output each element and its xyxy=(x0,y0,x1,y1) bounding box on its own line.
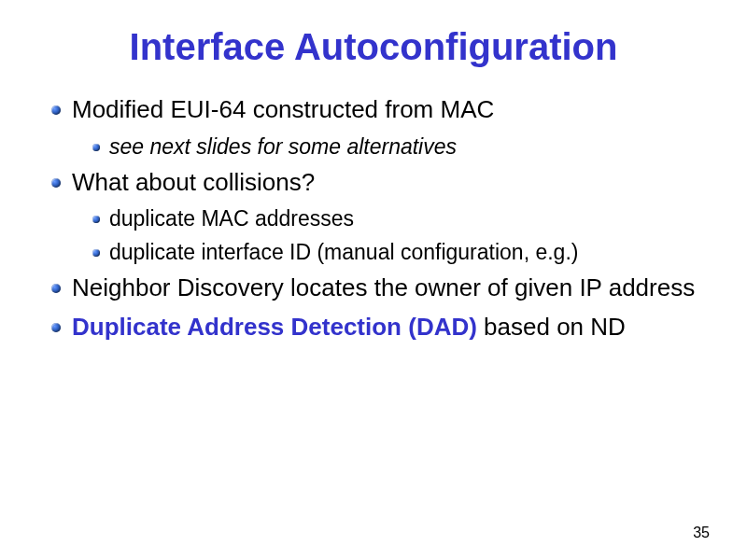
bullet-text: duplicate MAC addresses xyxy=(109,205,354,233)
bullet-text: see next slides for some alternatives xyxy=(109,133,457,161)
bullet-icon xyxy=(92,144,100,151)
sub-bullet-item-1-1: see next slides for some alternatives xyxy=(92,133,705,161)
bullet-icon xyxy=(51,284,61,293)
highlight-text: Duplicate Address Detection (DAD) xyxy=(72,313,477,341)
bullet-icon xyxy=(92,249,100,257)
slide: Interface Autoconfiguration Modified EUI… xyxy=(0,0,747,560)
bullet-item-2: What about collisions? xyxy=(51,167,705,199)
bullet-icon xyxy=(51,323,61,332)
slide-title: Interface Autoconfiguration xyxy=(42,26,705,68)
bullet-icon xyxy=(51,178,61,188)
bullet-icon xyxy=(92,216,100,223)
bullet-text: Modified EUI-64 constructed from MAC xyxy=(72,94,494,126)
bullet-item-4: Duplicate Address Detection (DAD) based … xyxy=(51,312,705,343)
sub-bullet-item-2-1: duplicate MAC addresses xyxy=(92,205,705,233)
bullet-text: Duplicate Address Detection (DAD) based … xyxy=(72,312,626,343)
bullet-text: What about collisions? xyxy=(72,167,315,199)
page-number: 35 xyxy=(693,525,710,541)
slide-content: Modified EUI-64 constructed from MAC see… xyxy=(42,94,705,343)
sub-bullet-item-2-2: duplicate interface ID (manual configura… xyxy=(92,239,705,267)
bullet-text: duplicate interface ID (manual configura… xyxy=(109,239,578,267)
bullet-item-1: Modified EUI-64 constructed from MAC xyxy=(51,94,705,126)
bullet-text: Neighbor Discovery locates the owner of … xyxy=(72,273,695,304)
plain-text: based on ND xyxy=(477,313,626,341)
bullet-item-3: Neighbor Discovery locates the owner of … xyxy=(51,273,705,304)
bullet-icon xyxy=(51,105,61,115)
